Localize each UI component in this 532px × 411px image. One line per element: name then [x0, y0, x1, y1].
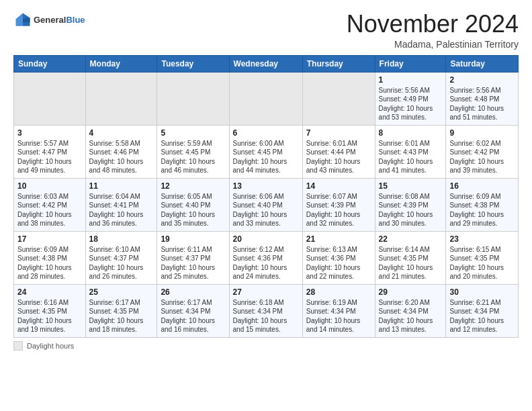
- calendar-cell: 20Sunrise: 6:12 AM Sunset: 4:36 PM Dayli…: [229, 231, 302, 284]
- day-number: 15: [379, 181, 443, 191]
- day-number: 7: [306, 128, 371, 138]
- day-info: Sunrise: 6:06 AM Sunset: 4:40 PM Dayligh…: [233, 192, 299, 228]
- day-info: Sunrise: 6:20 AM Sunset: 4:34 PM Dayligh…: [379, 298, 443, 334]
- day-info: Sunrise: 6:18 AM Sunset: 4:34 PM Dayligh…: [233, 298, 299, 334]
- logo-icon: [13, 11, 32, 30]
- calendar-cell: 8Sunrise: 6:01 AM Sunset: 4:43 PM Daylig…: [375, 125, 446, 178]
- calendar-cell: [85, 72, 157, 125]
- calendar-cell: 14Sunrise: 6:07 AM Sunset: 4:39 PM Dayli…: [302, 178, 375, 231]
- month-title: November 2024: [347, 11, 519, 38]
- day-info: Sunrise: 6:13 AM Sunset: 4:36 PM Dayligh…: [306, 245, 371, 281]
- day-info: Sunrise: 5:56 AM Sunset: 4:49 PM Dayligh…: [379, 86, 443, 122]
- calendar-cell: 25Sunrise: 6:17 AM Sunset: 4:35 PM Dayli…: [85, 284, 157, 337]
- calendar-cell: [229, 72, 302, 125]
- calendar-cell: 21Sunrise: 6:13 AM Sunset: 4:36 PM Dayli…: [302, 231, 375, 284]
- calendar-cell: 13Sunrise: 6:06 AM Sunset: 4:40 PM Dayli…: [229, 178, 302, 231]
- day-number: 26: [161, 287, 225, 297]
- day-info: Sunrise: 6:04 AM Sunset: 4:41 PM Dayligh…: [89, 192, 154, 228]
- calendar-week-3: 10Sunrise: 6:03 AM Sunset: 4:42 PM Dayli…: [14, 178, 519, 231]
- day-info: Sunrise: 6:01 AM Sunset: 4:43 PM Dayligh…: [379, 139, 443, 175]
- day-number: 18: [89, 234, 154, 244]
- day-info: Sunrise: 6:19 AM Sunset: 4:34 PM Dayligh…: [306, 298, 371, 334]
- day-info: Sunrise: 6:09 AM Sunset: 4:38 PM Dayligh…: [449, 192, 515, 228]
- calendar-cell: 16Sunrise: 6:09 AM Sunset: 4:38 PM Dayli…: [446, 178, 519, 231]
- day-number: 6: [233, 128, 299, 138]
- day-info: Sunrise: 6:03 AM Sunset: 4:42 PM Dayligh…: [17, 192, 82, 228]
- calendar-week-2: 3Sunrise: 5:57 AM Sunset: 4:47 PM Daylig…: [14, 125, 519, 178]
- legend-box: [13, 341, 23, 351]
- title-block: November 2024 Madama, Palestinian Territ…: [347, 11, 519, 50]
- calendar-cell: 26Sunrise: 6:17 AM Sunset: 4:34 PM Dayli…: [157, 284, 229, 337]
- svg-marker-1: [16, 13, 24, 26]
- calendar-cell: 17Sunrise: 6:09 AM Sunset: 4:38 PM Dayli…: [14, 231, 86, 284]
- day-number: 24: [17, 287, 82, 297]
- day-number: 8: [379, 128, 443, 138]
- page: GeneralBlue November 2024 Madama, Palest…: [0, 0, 532, 357]
- legend: Daylight hours: [13, 341, 519, 351]
- calendar-cell: 29Sunrise: 6:20 AM Sunset: 4:34 PM Dayli…: [375, 284, 446, 337]
- calendar-cell: 23Sunrise: 6:15 AM Sunset: 4:35 PM Dayli…: [446, 231, 519, 284]
- day-number: 9: [449, 128, 515, 138]
- day-number: 23: [449, 234, 515, 244]
- day-info: Sunrise: 6:17 AM Sunset: 4:35 PM Dayligh…: [89, 298, 154, 334]
- calendar-cell: 27Sunrise: 6:18 AM Sunset: 4:34 PM Dayli…: [229, 284, 302, 337]
- calendar-cell: 12Sunrise: 6:05 AM Sunset: 4:40 PM Dayli…: [157, 178, 229, 231]
- calendar-cell: 1Sunrise: 5:56 AM Sunset: 4:49 PM Daylig…: [375, 72, 446, 125]
- day-info: Sunrise: 6:07 AM Sunset: 4:39 PM Dayligh…: [306, 192, 371, 228]
- day-number: 27: [233, 287, 299, 297]
- calendar-cell: 28Sunrise: 6:19 AM Sunset: 4:34 PM Dayli…: [302, 284, 375, 337]
- calendar-cell: 2Sunrise: 5:56 AM Sunset: 4:48 PM Daylig…: [446, 72, 519, 125]
- day-number: 2: [449, 75, 515, 85]
- day-info: Sunrise: 6:02 AM Sunset: 4:42 PM Dayligh…: [449, 139, 515, 175]
- calendar-cell: 5Sunrise: 5:59 AM Sunset: 4:45 PM Daylig…: [157, 125, 229, 178]
- legend-label: Daylight hours: [27, 342, 74, 350]
- day-info: Sunrise: 6:16 AM Sunset: 4:35 PM Dayligh…: [17, 298, 82, 334]
- calendar-cell: 3Sunrise: 5:57 AM Sunset: 4:47 PM Daylig…: [14, 125, 86, 178]
- day-number: 11: [89, 181, 154, 191]
- day-number: 5: [161, 128, 225, 138]
- day-header-monday: Monday: [85, 55, 157, 72]
- day-info: Sunrise: 5:56 AM Sunset: 4:48 PM Dayligh…: [449, 86, 515, 122]
- day-number: 3: [17, 128, 82, 138]
- calendar-cell: 18Sunrise: 6:10 AM Sunset: 4:37 PM Dayli…: [85, 231, 157, 284]
- calendar-cell: 4Sunrise: 5:58 AM Sunset: 4:46 PM Daylig…: [85, 125, 157, 178]
- calendar-cell: 9Sunrise: 6:02 AM Sunset: 4:42 PM Daylig…: [446, 125, 519, 178]
- location: Madama, Palestinian Territory: [347, 39, 519, 50]
- logo: GeneralBlue: [13, 11, 85, 30]
- day-info: Sunrise: 6:15 AM Sunset: 4:35 PM Dayligh…: [449, 245, 515, 281]
- day-info: Sunrise: 6:21 AM Sunset: 4:34 PM Dayligh…: [449, 298, 515, 334]
- day-info: Sunrise: 5:58 AM Sunset: 4:46 PM Dayligh…: [89, 139, 154, 175]
- logo-text: GeneralBlue: [34, 15, 85, 26]
- day-header-tuesday: Tuesday: [157, 55, 229, 72]
- calendar-cell: [14, 72, 86, 125]
- calendar-cell: 15Sunrise: 6:08 AM Sunset: 4:39 PM Dayli…: [375, 178, 446, 231]
- day-info: Sunrise: 6:05 AM Sunset: 4:40 PM Dayligh…: [161, 192, 225, 228]
- calendar-week-5: 24Sunrise: 6:16 AM Sunset: 4:35 PM Dayli…: [14, 284, 519, 337]
- calendar-cell: 11Sunrise: 6:04 AM Sunset: 4:41 PM Dayli…: [85, 178, 157, 231]
- calendar-cell: 19Sunrise: 6:11 AM Sunset: 4:37 PM Dayli…: [157, 231, 229, 284]
- calendar-cell: 22Sunrise: 6:14 AM Sunset: 4:35 PM Dayli…: [375, 231, 446, 284]
- day-header-wednesday: Wednesday: [229, 55, 302, 72]
- day-number: 25: [89, 287, 154, 297]
- day-number: 19: [161, 234, 225, 244]
- calendar-week-4: 17Sunrise: 6:09 AM Sunset: 4:38 PM Dayli…: [14, 231, 519, 284]
- calendar-week-1: 1Sunrise: 5:56 AM Sunset: 4:49 PM Daylig…: [14, 72, 519, 125]
- day-header-thursday: Thursday: [302, 55, 375, 72]
- calendar-header-row: SundayMondayTuesdayWednesdayThursdayFrid…: [14, 55, 519, 72]
- day-number: 13: [233, 181, 299, 191]
- day-number: 20: [233, 234, 299, 244]
- calendar: SundayMondayTuesdayWednesdayThursdayFrid…: [13, 55, 519, 338]
- day-info: Sunrise: 5:57 AM Sunset: 4:47 PM Dayligh…: [17, 139, 82, 175]
- day-info: Sunrise: 6:17 AM Sunset: 4:34 PM Dayligh…: [161, 298, 225, 334]
- calendar-cell: 30Sunrise: 6:21 AM Sunset: 4:34 PM Dayli…: [446, 284, 519, 337]
- day-info: Sunrise: 6:14 AM Sunset: 4:35 PM Dayligh…: [379, 245, 443, 281]
- calendar-cell: 7Sunrise: 6:01 AM Sunset: 4:44 PM Daylig…: [302, 125, 375, 178]
- calendar-cell: 24Sunrise: 6:16 AM Sunset: 4:35 PM Dayli…: [14, 284, 86, 337]
- day-number: 22: [379, 234, 443, 244]
- day-info: Sunrise: 6:11 AM Sunset: 4:37 PM Dayligh…: [161, 245, 225, 281]
- day-info: Sunrise: 6:12 AM Sunset: 4:36 PM Dayligh…: [233, 245, 299, 281]
- day-info: Sunrise: 6:00 AM Sunset: 4:45 PM Dayligh…: [233, 139, 299, 175]
- calendar-cell: 6Sunrise: 6:00 AM Sunset: 4:45 PM Daylig…: [229, 125, 302, 178]
- day-info: Sunrise: 6:09 AM Sunset: 4:38 PM Dayligh…: [17, 245, 82, 281]
- day-number: 12: [161, 181, 225, 191]
